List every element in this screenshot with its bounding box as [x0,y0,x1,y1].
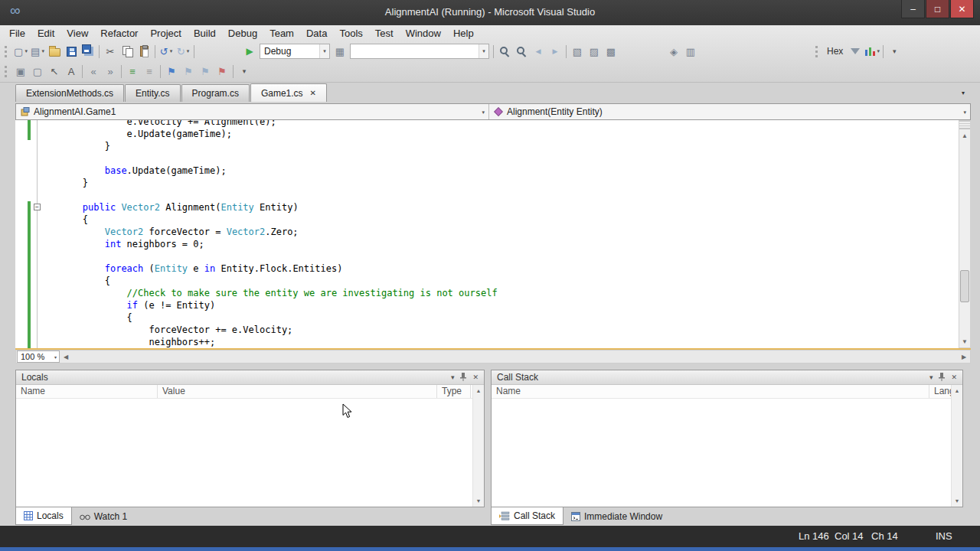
scroll-up-icon[interactable]: ▲ [952,385,962,396]
editor-surface[interactable]: e.Velocity += Alignment(e); e.Update(gam… [15,120,959,348]
menu-item-tools[interactable]: Tools [333,26,368,41]
toolbar-grip[interactable] [815,46,821,57]
navigate-to-icon[interactable]: ◈ [665,43,682,60]
close-button[interactable]: ✕ [950,0,974,18]
minimize-button[interactable]: – [901,0,925,18]
scroll-down-icon[interactable]: ▼ [952,495,962,507]
find-icon[interactable] [496,43,513,60]
menu-item-help[interactable]: Help [447,26,480,41]
callstack-column-name[interactable]: Name [492,385,929,398]
zoom-level-combo[interactable]: 100 % ▾ [17,350,60,363]
tab-game1-cs[interactable]: Game1.cs✕ [250,83,327,102]
locals-column-value[interactable]: Value [158,385,437,398]
chevron-down-icon[interactable]: ▾ [877,48,880,54]
window-position-icon[interactable]: ▾ [929,373,933,381]
document-overflow-icon[interactable]: ▾ [962,90,971,96]
tab-entity-cs[interactable]: Entity.cs [125,84,180,102]
scrollbar-thumb[interactable] [960,270,969,302]
decrease-indent-icon[interactable]: « [85,63,102,80]
uncomment-selection-icon[interactable]: ≡ [141,63,158,80]
callstack-panel-header[interactable]: Call Stack ▾ ✕ [492,370,962,385]
collapse-region-icon[interactable]: − [34,204,41,210]
navigate-forward-icon[interactable]: ▶ [547,43,564,60]
comment-selection-icon[interactable]: ≡ [124,63,141,80]
scroll-left-icon[interactable]: ◀ [60,350,72,363]
add-item-icon[interactable]: ▤▾ [29,43,46,60]
toolbar-overflow-icon[interactable]: ▾ [886,43,903,60]
panel-tab-call-stack[interactable]: Call Stack [491,507,564,525]
redo-icon[interactable]: ↻▾ [175,43,191,60]
window-position-icon[interactable]: ▾ [451,373,455,381]
chevron-down-icon[interactable]: ▾ [482,109,485,116]
panel-tab-locals[interactable]: Locals [15,507,72,525]
properties-window-icon[interactable]: ▨ [586,43,603,60]
cut-icon[interactable]: ✂ [102,43,119,60]
text-editor-toolbar-options-icon[interactable]: ▾ [236,63,253,80]
previous-bookmark-icon[interactable]: ⚑ [180,63,197,80]
members-dropdown[interactable]: Alignment(Entity Entity) ▾ [489,104,970,119]
task-list-icon[interactable]: ▥ [682,43,699,60]
menu-item-window[interactable]: Window [400,26,447,41]
select-pointer-icon[interactable]: ↖ [46,63,63,80]
open-file-icon[interactable] [46,43,63,60]
pin-icon[interactable] [939,373,945,383]
chevron-down-icon[interactable]: ▾ [170,48,173,54]
menu-item-build[interactable]: Build [188,26,222,41]
view-code-icon[interactable]: ▣ [12,63,29,80]
scroll-right-icon[interactable]: ▶ [958,350,970,363]
maximize-button[interactable]: □ [926,0,949,18]
find-combo[interactable]: ▾ [350,44,489,59]
solution-configurations-combo[interactable]: Debug▾ [260,44,330,59]
solution-platforms-icon[interactable]: ▦ [332,43,348,60]
save-all-icon[interactable] [80,43,96,60]
toolbar-grip[interactable] [5,66,10,77]
toggle-bookmark-icon[interactable]: ⚑ [163,63,180,80]
view-designer-icon[interactable]: ▢ [29,63,46,80]
chevron-down-icon[interactable]: ▾ [24,48,28,54]
start-debugging-icon[interactable]: ▶ [241,43,258,60]
scroll-up-icon[interactable]: ▲ [959,129,970,142]
menu-item-team[interactable]: Team [263,26,300,41]
navigate-backward-icon[interactable]: ◀ [530,43,547,60]
solution-explorer-icon[interactable]: ▧ [569,43,586,60]
chevron-down-icon[interactable]: ▾ [963,109,966,116]
menu-item-refactor[interactable]: Refactor [94,26,144,41]
clear-bookmarks-icon[interactable]: ⚑ [214,63,230,80]
types-dropdown[interactable]: AlignmentAI.Game1 ▾ [16,104,489,119]
toolbar-grip[interactable] [5,46,10,57]
pin-icon[interactable] [460,373,466,383]
menu-item-debug[interactable]: Debug [222,26,263,41]
locals-column-name[interactable]: Name [16,385,158,398]
close-icon[interactable]: ✕ [951,373,957,381]
splitter-handle[interactable] [959,121,970,129]
panel-tab-immediate-window[interactable]: Immediate Window [564,507,670,525]
find-in-files-icon[interactable] [513,43,530,60]
tab-extensionmethods-cs[interactable]: ExtensionMethods.cs [15,84,124,102]
locals-column-type[interactable]: Type [437,385,471,398]
editor-vertical-scrollbar[interactable]: ▲ ▼ [959,120,971,348]
object-browser-icon[interactable]: ▩ [603,43,619,60]
menu-item-data[interactable]: Data [300,26,333,41]
panel-tab-watch-1[interactable]: Watch 1 [72,507,136,525]
menu-item-file[interactable]: File [3,26,31,41]
menu-item-view[interactable]: View [60,26,94,41]
chevron-down-icon[interactable]: ▾ [41,48,44,54]
close-tab-icon[interactable]: ✕ [310,89,316,97]
next-bookmark-icon[interactable]: ⚑ [197,63,214,80]
paste-icon[interactable] [136,43,152,60]
scroll-down-icon[interactable]: ▼ [473,495,484,507]
text-tool-icon[interactable]: A [63,63,80,80]
hex-display-button[interactable]: Hex [823,43,847,60]
copy-icon[interactable] [119,43,136,60]
close-icon[interactable]: ✕ [472,373,479,381]
scroll-down-icon[interactable]: ▼ [959,335,970,347]
chevron-down-icon[interactable]: ▾ [479,44,488,58]
locals-scrollbar[interactable]: ▲ ▼ [472,385,484,507]
diagram-icon[interactable]: ▾ [864,43,880,60]
scroll-up-icon[interactable]: ▲ [473,385,484,396]
menu-item-project[interactable]: Project [144,26,187,41]
tab-program-cs[interactable]: Program.cs [181,84,250,102]
save-icon[interactable] [63,43,80,60]
menu-item-test[interactable]: Test [369,26,400,41]
chevron-down-icon[interactable]: ▾ [187,48,190,54]
